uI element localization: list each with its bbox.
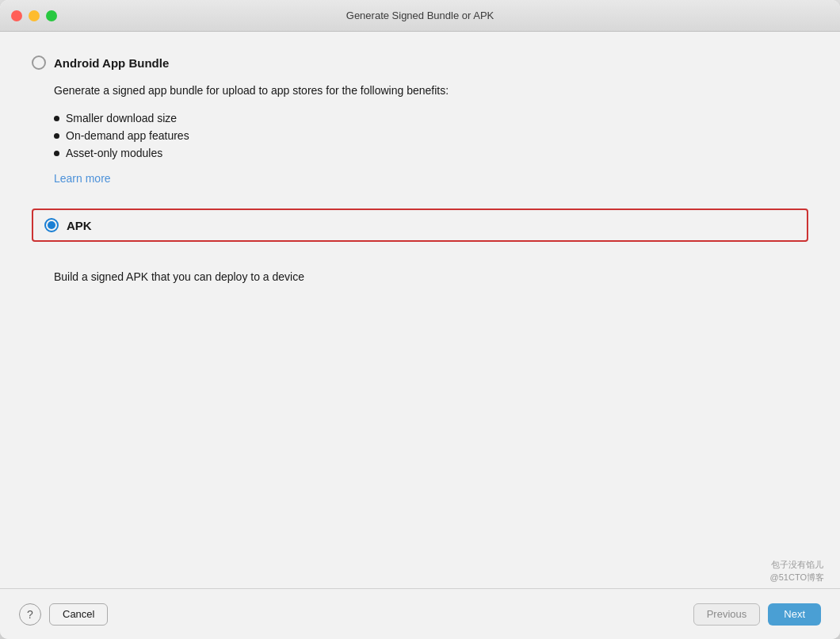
bullet-text-3: Asset-only modules xyxy=(66,147,162,159)
bullet-item-1: Smaller download size xyxy=(54,112,808,124)
apk-radio-fill xyxy=(48,221,55,229)
android-bundle-description: Generate a signed app bundle for upload … xyxy=(54,82,808,99)
main-window: Generate Signed Bundle or APK Android Ap… xyxy=(0,0,840,639)
help-button[interactable]: ? xyxy=(19,603,41,626)
android-bundle-header[interactable]: Android App Bundle xyxy=(32,55,808,70)
bullet-item-3: Asset-only modules xyxy=(54,147,808,159)
watermark-line2: @51CTO博客 xyxy=(770,572,824,584)
window-controls xyxy=(11,10,57,21)
footer: ? Cancel Previous Next xyxy=(0,588,840,639)
bullet-dot-1 xyxy=(54,116,59,121)
footer-right: Previous Next xyxy=(693,603,821,626)
content-area: Android App Bundle Generate a signed app… xyxy=(0,32,840,588)
footer-left: ? Cancel xyxy=(19,603,108,626)
previous-button[interactable]: Previous xyxy=(693,603,761,626)
bullet-text-2: On-demand app features xyxy=(66,129,189,142)
apk-description: Build a signed APK that you can deploy t… xyxy=(54,270,808,283)
watermark-line1: 包子没有馅儿 xyxy=(770,559,824,571)
android-bundle-label: Android App Bundle xyxy=(54,56,169,70)
bullet-dot-3 xyxy=(54,151,59,156)
apk-label: APK xyxy=(67,219,92,232)
bundle-benefits-list: Smaller download size On-demand app feat… xyxy=(54,112,808,159)
minimize-button[interactable] xyxy=(29,10,40,21)
next-button[interactable]: Next xyxy=(768,603,821,626)
window-title: Generate Signed Bundle or APK xyxy=(346,10,494,21)
cancel-button[interactable]: Cancel xyxy=(49,603,108,626)
bullet-text-1: Smaller download size xyxy=(66,112,177,124)
android-bundle-section: Android App Bundle Generate a signed app… xyxy=(32,55,808,201)
maximize-button[interactable] xyxy=(46,10,57,21)
android-bundle-radio[interactable] xyxy=(32,55,46,70)
apk-radio[interactable] xyxy=(44,218,59,232)
learn-more-link[interactable]: Learn more xyxy=(54,172,111,185)
title-bar: Generate Signed Bundle or APK xyxy=(0,0,840,32)
watermark: 包子没有馅儿 @51CTO博客 xyxy=(770,559,824,584)
apk-section[interactable]: APK xyxy=(32,209,808,242)
bullet-item-2: On-demand app features xyxy=(54,129,808,142)
close-button[interactable] xyxy=(11,10,22,21)
bullet-dot-2 xyxy=(54,133,59,139)
